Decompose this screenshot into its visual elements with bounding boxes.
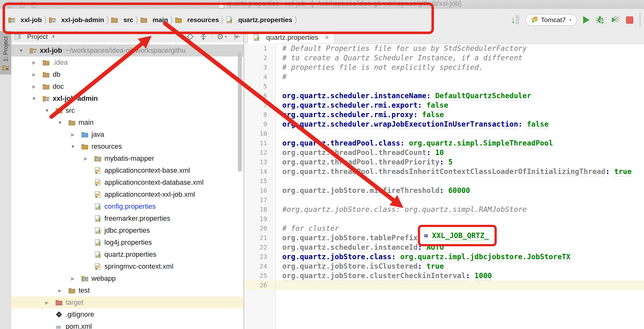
run-button[interactable] — [583, 16, 589, 24]
breadcrumb-item-src[interactable]: src — [111, 16, 133, 24]
tree-row-config.properties[interactable]: config.properties — [11, 200, 243, 212]
code-line-7[interactable]: 7org.quartz.scheduler.rmi.export: false — [244, 100, 644, 110]
annotation-equals: = — [424, 231, 428, 240]
chevron-collapsed-icon[interactable]: ▶ — [68, 276, 78, 281]
code-line-26[interactable]: 26 — [244, 280, 644, 290]
zoom-window-icon[interactable] — [31, 2, 37, 8]
tree-row-.gitignore[interactable]: .gitignore — [11, 308, 243, 320]
tree-row-springmvc-context.xml[interactable]: <>springmvc-context.xml — [11, 260, 243, 272]
tree-row-src[interactable]: ▼src — [11, 105, 243, 117]
code-line-1[interactable]: 1# Default Properties file for use by St… — [244, 44, 644, 53]
hide-panel-icon[interactable] — [233, 33, 241, 40]
code-line-2[interactable]: 2# to create a Quartz Scheduler Instance… — [244, 53, 644, 63]
tree-row-jdbc.properties[interactable]: jdbc.properties — [11, 224, 243, 236]
breadcrumb-item-resources[interactable]: resources — [175, 16, 219, 24]
chevron-collapsed-icon[interactable]: ▶ — [81, 156, 91, 161]
breadcrumb-item-main[interactable]: main — [140, 16, 168, 24]
code-line-4[interactable]: 4# — [244, 72, 644, 81]
project-panel: Project ▼ ⚙ ▼ — [11, 31, 243, 329]
breadcrumb-item-quartz.properties[interactable]: quartz.properties — [226, 16, 292, 24]
tree-row-main[interactable]: ▼main — [11, 117, 243, 129]
tree-row-java[interactable]: ▶java — [11, 129, 243, 141]
sidebar-item-project[interactable]: 1: Project — [0, 31, 11, 75]
run-configuration-select[interactable]: Tomcat7 ▼ — [526, 14, 577, 26]
chevron-collapsed-icon[interactable]: ▶ — [42, 300, 52, 305]
debug-button[interactable] — [596, 15, 605, 24]
run-with-coverage-button[interactable] — [611, 15, 620, 24]
tree-row-quartz.properties[interactable]: quartz.properties — [11, 248, 243, 260]
chevron-expanded-icon[interactable]: ▼ — [42, 108, 52, 113]
collapse-all-icon[interactable] — [200, 33, 207, 40]
breadcrumb-item-xxl-job[interactable]: xxl-job — [8, 16, 42, 24]
code-line-9[interactable]: 9org.quartz.scheduler.wrapJobExecutionIn… — [244, 119, 644, 129]
tree-row-label: db — [53, 70, 60, 79]
tree-row-target[interactable]: ▶target — [11, 296, 243, 308]
tree-row-label: src — [66, 106, 75, 115]
chevron-collapsed-icon[interactable]: ▶ — [29, 72, 39, 77]
code-line-12[interactable]: 12org.quartz.threadPool.threadCount: 10 — [244, 148, 644, 157]
close-icon[interactable]: ✕ — [325, 34, 329, 41]
code-line-18[interactable]: 18#org.quartz.jobStore.class: org.quartz… — [244, 205, 644, 214]
close-window-icon[interactable] — [7, 2, 13, 8]
tree-scrollbar-thumb[interactable] — [238, 52, 242, 172]
code-line-19[interactable]: 19 — [244, 214, 644, 224]
stop-button[interactable] — [626, 16, 633, 24]
folder-icon — [68, 287, 75, 294]
tree-row-webapp[interactable]: ▶webapp — [11, 272, 243, 284]
view-selector-chevron-icon[interactable]: ▼ — [51, 34, 55, 39]
tree-row-applicationcontext-database.xml[interactable]: <>applicationcontext-database.xml — [11, 176, 243, 188]
project-tool-icon — [2, 64, 9, 73]
locate-file-icon[interactable] — [186, 33, 194, 40]
code-editor[interactable]: 1# Default Properties file for use by St… — [244, 44, 644, 329]
tree-row-label: webapp — [91, 274, 116, 283]
tree-row-test[interactable]: ▶test — [11, 284, 243, 296]
chevron-expanded-icon[interactable]: ▼ — [68, 144, 78, 149]
code-line-5[interactable]: 5 — [244, 81, 644, 91]
chevron-expanded-icon[interactable]: ▼ — [55, 120, 65, 125]
chevron-collapsed-icon[interactable]: ▶ — [29, 84, 39, 89]
tree-row-resources[interactable]: ▼resources — [11, 141, 243, 153]
code-line-16[interactable]: 16org.quartz.jobStore.misfireThreshold: … — [244, 186, 644, 195]
code-line-25[interactable]: 25org.quartz.jobStore.clusterCheckinInte… — [244, 271, 644, 280]
tree-row-xxl-job-admin[interactable]: ▼xxl-job-admin — [11, 93, 243, 105]
editor-area: quartz.properties ✕ 1# Default Propertie… — [244, 31, 644, 329]
tree-row-pom.xml[interactable]: mpom.xml — [11, 320, 243, 329]
line-number: 19 — [244, 214, 276, 224]
gear-icon[interactable]: ⚙ ▼ — [217, 33, 227, 40]
tree-row-applicationcontext-xxl-job.xml[interactable]: <>applicationcontext-xxl-job.xml — [11, 188, 243, 200]
tree-row-log4j.properties[interactable]: log4j.properties — [11, 236, 243, 248]
code-line-24[interactable]: 24org.quartz.jobStore.isClustered: true — [244, 261, 644, 271]
toolbar-drag-handle[interactable] — [640, 14, 641, 26]
chevron-collapsed-icon[interactable]: ▶ — [55, 288, 65, 293]
code-line-17[interactable]: 17 — [244, 195, 644, 205]
code-line-11[interactable]: 11org.quartz.threadPool.class: org.quart… — [244, 138, 644, 148]
line-number: 1 — [244, 44, 276, 53]
line-number: 8 — [244, 110, 276, 119]
code-line-3[interactable]: 3# properties file is not explicitly spe… — [244, 63, 644, 72]
project-tree: ▼xxl-job~/workspaces/idea-git-workspace/… — [11, 42, 243, 329]
properties-file-icon — [226, 16, 233, 23]
minimize-window-icon[interactable] — [19, 2, 25, 8]
code-line-6[interactable]: 6org.quartz.scheduler.instanceName: Defa… — [244, 91, 644, 100]
code-line-13[interactable]: 13org.quartz.threadPool.threadPriority: … — [244, 157, 644, 167]
code-line-14[interactable]: 14org.quartz.threadPool.threadsInheritCo… — [244, 167, 644, 176]
tree-row-db[interactable]: ▶db — [11, 69, 243, 81]
chevron-expanded-icon[interactable]: ▼ — [29, 96, 39, 101]
code-line-15[interactable]: 15 — [244, 176, 644, 186]
chevron-collapsed-icon[interactable]: ▶ — [29, 60, 39, 65]
tree-row-freemarker.properties[interactable]: freemarker.properties — [11, 212, 243, 224]
tree-row-.idea[interactable]: ▶.idea — [11, 57, 243, 69]
tab-quartz-properties[interactable]: quartz.properties ✕ — [248, 31, 335, 44]
tree-row-mybatis-mapper[interactable]: ▶mybatis-mapper — [11, 153, 243, 164]
tree-row-xxl-job[interactable]: ▼xxl-job~/workspaces/idea-git-workspace/… — [11, 45, 243, 57]
breadcrumb-item-xxl-job-admin[interactable]: xxl-job-admin — [49, 16, 104, 24]
code-line-10[interactable]: 10 — [244, 129, 644, 138]
chevron-expanded-icon[interactable]: ▼ — [16, 48, 26, 53]
line-number: 25 — [244, 271, 276, 280]
update-project-icon[interactable]: ↓ 011001 — [511, 15, 519, 25]
code-line-23[interactable]: 23org.quartz.jobStore.class: org.quartz.… — [244, 252, 644, 261]
tree-row-doc[interactable]: ▶doc — [11, 81, 243, 93]
chevron-collapsed-icon[interactable]: ▶ — [68, 132, 78, 137]
tree-row-applicationcontext-base.xml[interactable]: <>applicationcontext-base.xml — [11, 164, 243, 176]
code-line-8[interactable]: 8org.quartz.scheduler.rmi.proxy: false — [244, 110, 644, 119]
